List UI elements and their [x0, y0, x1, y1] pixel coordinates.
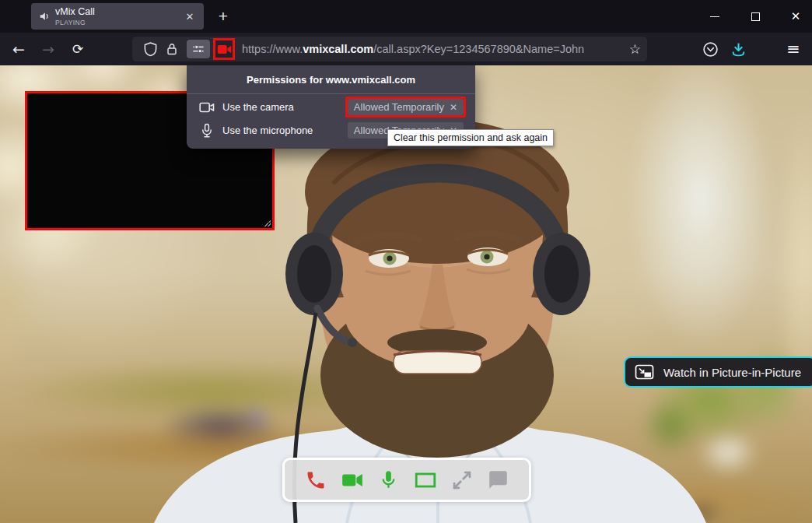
permission-label: Use the microphone	[222, 125, 345, 136]
url-domain: vmixcall.com	[303, 43, 373, 55]
permission-row-camera: Use the camera Allowed Temporarily ✕	[199, 97, 466, 118]
download-icon	[730, 41, 747, 58]
popup-title: Permissions for www.vmixcall.com	[187, 65, 475, 93]
maximize-icon	[751, 12, 760, 21]
tab-bar: vMix Call PLAYING ✕ + ✕	[0, 0, 812, 33]
permissions-indicator[interactable]	[187, 40, 210, 58]
mic-toggle-button[interactable]	[377, 469, 401, 492]
permission-status: Allowed Temporarily	[354, 101, 444, 113]
camera-toggle-button[interactable]	[341, 469, 364, 492]
reload-button[interactable]: ⟳	[65, 37, 90, 61]
permissions-sliders-icon	[191, 43, 205, 55]
screen-share-button[interactable]	[414, 469, 437, 492]
pocket-button[interactable]	[698, 37, 723, 61]
window-minimize-button[interactable]	[706, 8, 723, 25]
url-path: /call.aspx?Key=1234567890&Name=John	[373, 43, 584, 55]
call-controls-bar	[282, 458, 531, 502]
browser-window: vMix Call PLAYING ✕ + ✕ ← → ⟳	[0, 0, 812, 523]
window-controls: ✕	[706, 0, 804, 33]
camera-icon	[217, 44, 232, 55]
minimize-icon	[710, 16, 719, 17]
microphone-outline-icon	[199, 123, 215, 139]
pip-button[interactable]: Watch in Picture-in-Picture	[624, 356, 812, 388]
speaker-icon	[39, 11, 50, 22]
clear-permission-button[interactable]: ✕	[450, 102, 457, 113]
picture-in-picture-icon	[635, 364, 654, 380]
bookmark-star-button[interactable]: ☆	[629, 41, 641, 57]
lock-icon[interactable]	[165, 41, 179, 57]
chat-icon	[488, 469, 509, 490]
url-scheme: https://www.	[242, 43, 303, 55]
permission-label: Use the camera	[222, 101, 345, 113]
window-close-button[interactable]: ✕	[787, 8, 804, 25]
tab-close-button[interactable]: ✕	[182, 9, 198, 24]
hang-up-button[interactable]	[304, 469, 327, 492]
camera-in-use-indicator[interactable]	[213, 38, 235, 60]
window-maximize-button[interactable]	[747, 8, 764, 25]
tab-playing-status: PLAYING	[55, 19, 182, 26]
pocket-icon	[702, 41, 719, 58]
downloads-button[interactable]	[726, 37, 751, 61]
screen-share-icon	[414, 469, 437, 492]
shield-icon[interactable]	[143, 41, 158, 57]
tooltip: Clear this permission and ask again	[387, 129, 554, 146]
camera-outline-icon	[199, 101, 215, 114]
tab-vmix-call[interactable]: vMix Call PLAYING ✕	[31, 3, 204, 30]
back-button[interactable]: ←	[6, 37, 31, 61]
forward-button[interactable]: →	[36, 37, 61, 61]
expand-button[interactable]	[450, 469, 474, 492]
resize-handle-icon[interactable]	[263, 219, 271, 226]
camera-allowed-chip[interactable]: Allowed Temporarily ✕	[348, 99, 464, 115]
url-text[interactable]: https://www.vmixcall.com/call.aspx?Key=1…	[242, 43, 625, 55]
popup-divider	[187, 93, 475, 94]
nav-toolbar: ← → ⟳	[0, 33, 812, 65]
microphone-icon	[378, 469, 399, 490]
expand-arrows-icon	[451, 469, 473, 491]
new-tab-button[interactable]: +	[213, 6, 233, 26]
menu-button[interactable]: ≡	[781, 37, 806, 61]
tab-title: vMix Call	[55, 7, 182, 17]
red-highlight-allowed-chip: Allowed Temporarily ✕	[345, 97, 466, 118]
url-bar[interactable]: https://www.vmixcall.com/call.aspx?Key=1…	[132, 37, 647, 61]
pip-label: Watch in Picture-in-Picture	[663, 366, 801, 379]
phone-icon	[305, 469, 327, 491]
video-camera-icon	[341, 469, 364, 492]
chat-button[interactable]	[487, 469, 510, 492]
